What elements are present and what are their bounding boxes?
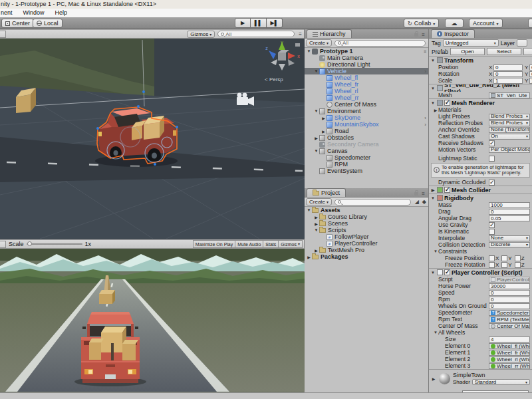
tree-item-playercontroller[interactable]: PlayerController (305, 240, 428, 247)
tree-item-followplayer[interactable]: FollowPlayer (305, 233, 428, 240)
tree-item-course-library[interactable]: ▶Course Library (305, 213, 428, 220)
panel-menu-icon[interactable]: ≡ (422, 32, 425, 38)
down-fold-arrow-icon[interactable]: ▼ (433, 249, 438, 253)
value-field[interactable]: 1000 (489, 202, 530, 208)
maximize-on-play-button[interactable]: Maximize On Play (193, 240, 235, 248)
value-field[interactable]: 4 (489, 336, 530, 342)
down-fold-arrow-icon[interactable]: ▼ (430, 271, 436, 275)
account-button[interactable]: Account▾ (469, 19, 503, 28)
layers-button-cut[interactable] (528, 19, 532, 28)
right-fold-arrow-icon[interactable]: ▶ (313, 215, 319, 219)
component-enabled-checkbox[interactable] (444, 187, 450, 193)
tree-item-environment[interactable]: ▼Environment (305, 108, 428, 114)
checkbox[interactable] (515, 255, 521, 261)
scale-slider[interactable] (27, 243, 82, 245)
dropdown-field[interactable]: None (Transform)▾ (489, 127, 530, 133)
menu-window[interactable]: Window (18, 9, 50, 16)
down-fold-arrow-icon[interactable]: ▼ (433, 331, 438, 334)
object-reference-field[interactable]: Wheel_rl (Wheel (489, 356, 530, 362)
pivot-center-button[interactable]: Center (1, 19, 34, 28)
tree-item-wheel-fl[interactable]: Wheel_fl (305, 74, 428, 81)
tree-item-directional-light[interactable]: Directional Light (305, 61, 428, 68)
right-fold-arrow-icon[interactable]: ▶ (431, 376, 436, 381)
dropdown-field[interactable]: On▾ (489, 134, 530, 140)
tree-item-obstacles[interactable]: ▶Obstacles (305, 134, 428, 141)
shader-dropdown[interactable]: Standard▾ (472, 379, 530, 385)
right-fold-arrow-icon[interactable]: ▶ (306, 255, 312, 259)
checkbox[interactable] (489, 140, 495, 146)
tree-item-assets[interactable]: ▼Assets (305, 207, 428, 213)
tree-item-skydome[interactable]: ▶SkyDome› (305, 114, 428, 121)
lock-icon[interactable] (414, 192, 418, 196)
tree-item-road[interactable]: ▶Road (305, 128, 428, 134)
down-fold-arrow-icon[interactable]: ▼ (313, 228, 319, 232)
value-field[interactable]: 0.05 (489, 215, 530, 221)
right-fold-arrow-icon[interactable]: ▶ (313, 248, 319, 253)
tree-item-scripts[interactable]: ▼Scripts (305, 227, 428, 233)
play-button[interactable]: ▶ (235, 18, 251, 28)
tree-item-canvas[interactable]: ▼Canvas (305, 148, 428, 154)
cloud-services-button[interactable]: ☁ (445, 19, 464, 28)
tab-inspector[interactable]: Inspector (431, 29, 475, 38)
project-create-button[interactable]: Create▾ (306, 198, 332, 205)
right-fold-arrow-icon[interactable]: ▶ (321, 116, 327, 120)
down-fold-arrow-icon[interactable]: ▼ (430, 59, 436, 63)
component-header-player-controller-script[interactable]: ▼Player Controller (Script) (429, 268, 532, 276)
down-fold-arrow-icon[interactable]: ▼ (313, 109, 319, 113)
axis-field[interactable]: 0 (493, 71, 523, 77)
tree-item-scenes[interactable]: ▶Scenes (305, 220, 428, 227)
scene-3d-viewport[interactable]: y x z < Persp (0, 39, 305, 239)
object-reference-field[interactable]: Speedometer (Te (489, 310, 530, 316)
checkbox[interactable] (489, 222, 495, 228)
dropdown-field[interactable]: Per Object Motion▾ (489, 147, 530, 153)
checkbox[interactable] (489, 180, 495, 186)
tree-item-eventsystem[interactable]: EventSystem (305, 168, 428, 174)
dropdown-field[interactable]: None▾ (489, 235, 530, 241)
tree-item-wheel-rl[interactable]: Wheel_rl (305, 88, 428, 94)
checkbox[interactable] (489, 229, 495, 235)
component-header-mesh-renderer[interactable]: ▼Mesh Renderer (429, 98, 532, 106)
tab-hierarchy[interactable]: Hierarchy (307, 29, 352, 38)
prefab-chevron-icon[interactable]: › (424, 122, 426, 128)
checkbox[interactable] (515, 262, 521, 268)
tree-item-speedometer[interactable]: Speedometer (305, 154, 428, 161)
component-header-rigidbody[interactable]: ▼Rigidbody (429, 194, 532, 201)
hierarchy-create-button[interactable]: Create▾ (306, 39, 332, 47)
right-fold-arrow-icon[interactable]: ▶ (321, 129, 327, 134)
object-reference-field[interactable]: Wheel_fr (Wheel (489, 350, 530, 356)
down-fold-arrow-icon[interactable]: ▼ (430, 101, 436, 105)
axis-field[interactable]: 1 (529, 78, 532, 84)
tree-item-wheel-fr[interactable]: Wheel_fr (305, 81, 428, 88)
axis-field[interactable]: 0 (529, 71, 532, 77)
prefab-select-button[interactable]: Select (487, 48, 521, 55)
scene-search[interactable] (217, 31, 295, 37)
hierarchy-search[interactable] (334, 40, 426, 47)
context-menu-icon[interactable]: ≡ (424, 49, 426, 54)
menu-help[interactable]: Help (50, 9, 73, 16)
down-fold-arrow-icon[interactable]: ▼ (430, 196, 436, 200)
object-reference-field[interactable]: Wheel_rr (Wheel (489, 363, 530, 369)
menu-component[interactable]: nent (0, 9, 18, 16)
dropdown-field[interactable]: Discrete▾ (489, 242, 530, 248)
search-by-type-icon[interactable]: ◢ (415, 199, 419, 205)
tree-item-vehicle[interactable]: ▼Vehicle› (305, 68, 428, 74)
down-fold-arrow-icon[interactable]: ▼ (306, 49, 312, 53)
handle-local-button[interactable]: Local (33, 19, 63, 28)
right-fold-arrow-icon[interactable]: ▶ (313, 221, 319, 226)
tree-item-center-of-mass[interactable]: Center Of Mass (305, 101, 428, 108)
scene-gizmos-button[interactable]: Gizmos▾ (187, 31, 215, 38)
component-header-transform[interactable]: ▼Transform (429, 56, 532, 64)
pause-button[interactable]: ▌▌ (251, 18, 267, 28)
axis-field[interactable]: 0 (493, 65, 523, 70)
axis-field[interactable]: 0 (529, 65, 532, 70)
draw-mode-dropdown-cut[interactable] (0, 31, 6, 38)
hierarchy-search-input[interactable] (342, 40, 422, 46)
tree-item-mountainskybox[interactable]: MountainSkybox› (305, 121, 428, 128)
prefab-chevron-icon[interactable]: › (424, 68, 426, 74)
prefab-chevron-icon[interactable]: › (424, 115, 426, 121)
collab-button[interactable]: ↻Collab▾ (404, 19, 439, 28)
game-viewport[interactable] (0, 249, 305, 392)
layer-dropdown-cut[interactable] (517, 39, 527, 47)
value-field[interactable]: 30000 (489, 283, 530, 289)
project-search[interactable] (334, 199, 411, 205)
